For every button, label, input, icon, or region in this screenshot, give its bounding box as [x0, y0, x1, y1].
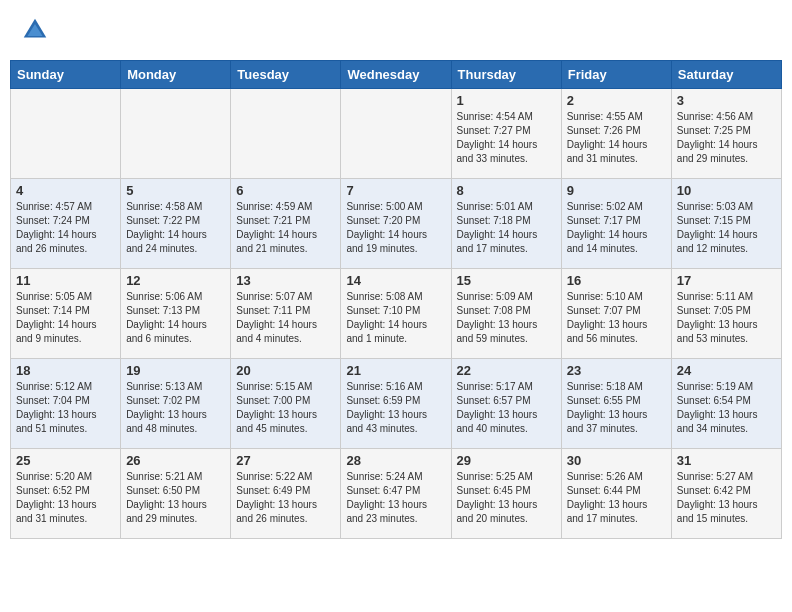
day-number: 3 — [677, 93, 776, 108]
cell-content: Sunrise: 5:16 AM Sunset: 6:59 PM Dayligh… — [346, 380, 445, 436]
day-number: 5 — [126, 183, 225, 198]
day-number: 27 — [236, 453, 335, 468]
calendar-cell: 8Sunrise: 5:01 AM Sunset: 7:18 PM Daylig… — [451, 179, 561, 269]
calendar-cell — [121, 89, 231, 179]
cell-content: Sunrise: 5:18 AM Sunset: 6:55 PM Dayligh… — [567, 380, 666, 436]
cell-content: Sunrise: 5:20 AM Sunset: 6:52 PM Dayligh… — [16, 470, 115, 526]
cell-content: Sunrise: 5:06 AM Sunset: 7:13 PM Dayligh… — [126, 290, 225, 346]
generalblue-logo-icon — [20, 15, 50, 45]
cell-content: Sunrise: 5:11 AM Sunset: 7:05 PM Dayligh… — [677, 290, 776, 346]
cell-content: Sunrise: 4:54 AM Sunset: 7:27 PM Dayligh… — [457, 110, 556, 166]
cell-content: Sunrise: 5:24 AM Sunset: 6:47 PM Dayligh… — [346, 470, 445, 526]
week-row-3: 11Sunrise: 5:05 AM Sunset: 7:14 PM Dayli… — [11, 269, 782, 359]
calendar-cell: 22Sunrise: 5:17 AM Sunset: 6:57 PM Dayli… — [451, 359, 561, 449]
day-number: 28 — [346, 453, 445, 468]
cell-content: Sunrise: 5:09 AM Sunset: 7:08 PM Dayligh… — [457, 290, 556, 346]
day-number: 7 — [346, 183, 445, 198]
calendar-cell: 20Sunrise: 5:15 AM Sunset: 7:00 PM Dayli… — [231, 359, 341, 449]
cell-content: Sunrise: 5:21 AM Sunset: 6:50 PM Dayligh… — [126, 470, 225, 526]
day-number: 19 — [126, 363, 225, 378]
calendar-cell: 16Sunrise: 5:10 AM Sunset: 7:07 PM Dayli… — [561, 269, 671, 359]
week-row-1: 1Sunrise: 4:54 AM Sunset: 7:27 PM Daylig… — [11, 89, 782, 179]
calendar-cell: 27Sunrise: 5:22 AM Sunset: 6:49 PM Dayli… — [231, 449, 341, 539]
cell-content: Sunrise: 5:08 AM Sunset: 7:10 PM Dayligh… — [346, 290, 445, 346]
calendar-cell: 26Sunrise: 5:21 AM Sunset: 6:50 PM Dayli… — [121, 449, 231, 539]
calendar-cell: 19Sunrise: 5:13 AM Sunset: 7:02 PM Dayli… — [121, 359, 231, 449]
week-row-5: 25Sunrise: 5:20 AM Sunset: 6:52 PM Dayli… — [11, 449, 782, 539]
cell-content: Sunrise: 4:56 AM Sunset: 7:25 PM Dayligh… — [677, 110, 776, 166]
week-row-2: 4Sunrise: 4:57 AM Sunset: 7:24 PM Daylig… — [11, 179, 782, 269]
cell-content: Sunrise: 5:10 AM Sunset: 7:07 PM Dayligh… — [567, 290, 666, 346]
day-header-monday: Monday — [121, 61, 231, 89]
calendar-cell: 21Sunrise: 5:16 AM Sunset: 6:59 PM Dayli… — [341, 359, 451, 449]
day-number: 31 — [677, 453, 776, 468]
cell-content: Sunrise: 5:17 AM Sunset: 6:57 PM Dayligh… — [457, 380, 556, 436]
calendar-cell: 30Sunrise: 5:26 AM Sunset: 6:44 PM Dayli… — [561, 449, 671, 539]
calendar-cell: 11Sunrise: 5:05 AM Sunset: 7:14 PM Dayli… — [11, 269, 121, 359]
calendar-cell: 9Sunrise: 5:02 AM Sunset: 7:17 PM Daylig… — [561, 179, 671, 269]
calendar-cell: 12Sunrise: 5:06 AM Sunset: 7:13 PM Dayli… — [121, 269, 231, 359]
cell-content: Sunrise: 5:05 AM Sunset: 7:14 PM Dayligh… — [16, 290, 115, 346]
cell-content: Sunrise: 5:27 AM Sunset: 6:42 PM Dayligh… — [677, 470, 776, 526]
day-number: 21 — [346, 363, 445, 378]
cell-content: Sunrise: 4:59 AM Sunset: 7:21 PM Dayligh… — [236, 200, 335, 256]
calendar-cell: 29Sunrise: 5:25 AM Sunset: 6:45 PM Dayli… — [451, 449, 561, 539]
cell-content: Sunrise: 4:58 AM Sunset: 7:22 PM Dayligh… — [126, 200, 225, 256]
calendar-cell — [231, 89, 341, 179]
day-number: 20 — [236, 363, 335, 378]
cell-content: Sunrise: 5:00 AM Sunset: 7:20 PM Dayligh… — [346, 200, 445, 256]
calendar-cell: 10Sunrise: 5:03 AM Sunset: 7:15 PM Dayli… — [671, 179, 781, 269]
week-row-4: 18Sunrise: 5:12 AM Sunset: 7:04 PM Dayli… — [11, 359, 782, 449]
calendar-cell — [341, 89, 451, 179]
day-number: 4 — [16, 183, 115, 198]
calendar-cell: 25Sunrise: 5:20 AM Sunset: 6:52 PM Dayli… — [11, 449, 121, 539]
cell-content: Sunrise: 5:02 AM Sunset: 7:17 PM Dayligh… — [567, 200, 666, 256]
calendar-table: SundayMondayTuesdayWednesdayThursdayFrid… — [10, 60, 782, 539]
day-number: 2 — [567, 93, 666, 108]
cell-content: Sunrise: 4:57 AM Sunset: 7:24 PM Dayligh… — [16, 200, 115, 256]
day-number: 15 — [457, 273, 556, 288]
calendar-cell: 15Sunrise: 5:09 AM Sunset: 7:08 PM Dayli… — [451, 269, 561, 359]
calendar-cell: 23Sunrise: 5:18 AM Sunset: 6:55 PM Dayli… — [561, 359, 671, 449]
calendar-cell: 17Sunrise: 5:11 AM Sunset: 7:05 PM Dayli… — [671, 269, 781, 359]
calendar-cell — [11, 89, 121, 179]
day-number: 12 — [126, 273, 225, 288]
day-number: 22 — [457, 363, 556, 378]
cell-content: Sunrise: 5:26 AM Sunset: 6:44 PM Dayligh… — [567, 470, 666, 526]
day-number: 17 — [677, 273, 776, 288]
calendar-cell: 1Sunrise: 4:54 AM Sunset: 7:27 PM Daylig… — [451, 89, 561, 179]
calendar-cell: 18Sunrise: 5:12 AM Sunset: 7:04 PM Dayli… — [11, 359, 121, 449]
day-header-friday: Friday — [561, 61, 671, 89]
day-header-thursday: Thursday — [451, 61, 561, 89]
cell-content: Sunrise: 4:55 AM Sunset: 7:26 PM Dayligh… — [567, 110, 666, 166]
logo — [20, 15, 54, 45]
day-header-sunday: Sunday — [11, 61, 121, 89]
cell-content: Sunrise: 5:22 AM Sunset: 6:49 PM Dayligh… — [236, 470, 335, 526]
cell-content: Sunrise: 5:15 AM Sunset: 7:00 PM Dayligh… — [236, 380, 335, 436]
day-number: 24 — [677, 363, 776, 378]
day-number: 30 — [567, 453, 666, 468]
day-number: 11 — [16, 273, 115, 288]
day-number: 6 — [236, 183, 335, 198]
day-header-tuesday: Tuesday — [231, 61, 341, 89]
cell-content: Sunrise: 5:19 AM Sunset: 6:54 PM Dayligh… — [677, 380, 776, 436]
calendar-cell: 4Sunrise: 4:57 AM Sunset: 7:24 PM Daylig… — [11, 179, 121, 269]
day-number: 8 — [457, 183, 556, 198]
day-number: 1 — [457, 93, 556, 108]
day-number: 10 — [677, 183, 776, 198]
cell-content: Sunrise: 5:03 AM Sunset: 7:15 PM Dayligh… — [677, 200, 776, 256]
page-header — [10, 10, 782, 50]
calendar-cell: 24Sunrise: 5:19 AM Sunset: 6:54 PM Dayli… — [671, 359, 781, 449]
calendar-cell: 3Sunrise: 4:56 AM Sunset: 7:25 PM Daylig… — [671, 89, 781, 179]
day-header-row: SundayMondayTuesdayWednesdayThursdayFrid… — [11, 61, 782, 89]
day-number: 18 — [16, 363, 115, 378]
calendar-cell: 14Sunrise: 5:08 AM Sunset: 7:10 PM Dayli… — [341, 269, 451, 359]
calendar-cell: 13Sunrise: 5:07 AM Sunset: 7:11 PM Dayli… — [231, 269, 341, 359]
cell-content: Sunrise: 5:12 AM Sunset: 7:04 PM Dayligh… — [16, 380, 115, 436]
calendar-cell: 2Sunrise: 4:55 AM Sunset: 7:26 PM Daylig… — [561, 89, 671, 179]
day-number: 9 — [567, 183, 666, 198]
day-header-wednesday: Wednesday — [341, 61, 451, 89]
calendar-cell: 28Sunrise: 5:24 AM Sunset: 6:47 PM Dayli… — [341, 449, 451, 539]
day-number: 26 — [126, 453, 225, 468]
calendar-cell: 6Sunrise: 4:59 AM Sunset: 7:21 PM Daylig… — [231, 179, 341, 269]
